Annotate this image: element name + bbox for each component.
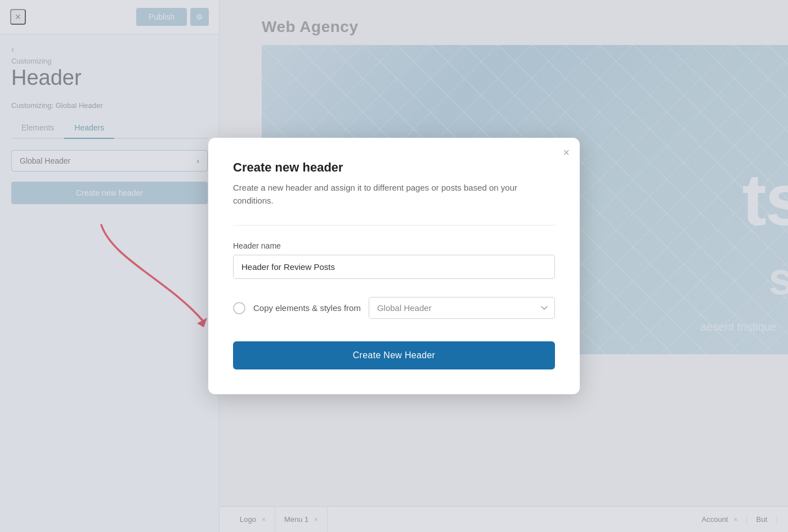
copy-from-select[interactable]: Global Header None xyxy=(369,297,555,319)
create-header-modal: × Create new header Create a new header … xyxy=(208,138,580,394)
modal-title: Create new header xyxy=(233,160,555,175)
header-name-input[interactable] xyxy=(233,255,555,279)
header-name-label: Header name xyxy=(233,241,555,250)
modal-overlay: × Create new header Create a new header … xyxy=(0,0,788,532)
modal-close-button[interactable]: × xyxy=(563,147,570,158)
create-new-header-confirm-button[interactable]: Create New Header xyxy=(233,341,555,369)
copy-row: Copy elements & styles from Global Heade… xyxy=(233,297,555,319)
copy-radio-button[interactable] xyxy=(233,302,245,314)
modal-description: Create a new header and assign it to dif… xyxy=(233,182,555,207)
copy-label: Copy elements & styles from xyxy=(253,303,361,313)
modal-divider xyxy=(233,225,555,226)
